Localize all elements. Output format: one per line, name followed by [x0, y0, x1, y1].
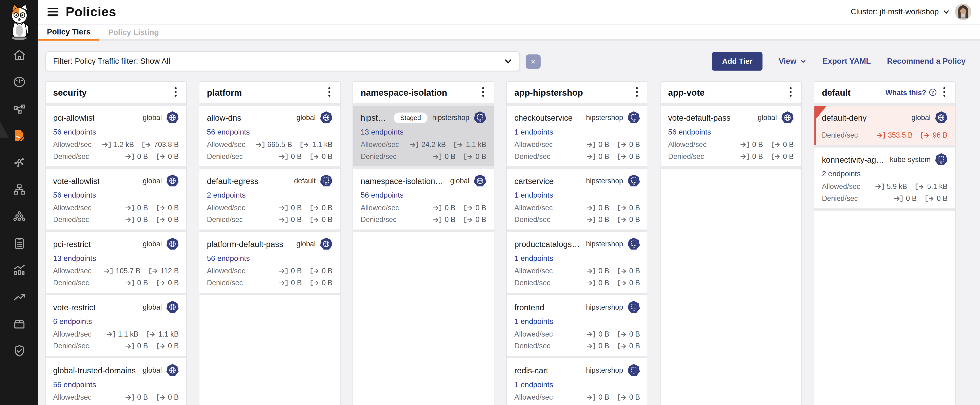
recommend-policy-button[interactable]: Recommend a Policy — [887, 57, 966, 65]
sidebar-item-cluster[interactable] — [0, 209, 38, 225]
endpoints-link[interactable]: 2 endpoints — [822, 169, 861, 178]
whats-this-link[interactable]: Whats this?? — [886, 88, 937, 97]
policy-card-platform-default-pass[interactable]: platform-default-passglobal56 endpointsA… — [199, 232, 340, 295]
endpoints-link[interactable]: 56 endpoints — [53, 191, 96, 199]
ingress-value: 0 B — [125, 216, 148, 223]
policy-card-default-deny[interactable]: default-denyglobalDenied/sec353.5 B96 B — [815, 106, 955, 148]
policy-card-cartservice[interactable]: cartservicehipstershopns1 endpointsAllow… — [507, 169, 648, 232]
cluster-selector[interactable]: Cluster: jlt-msft-workshop — [851, 8, 950, 16]
egress-arrow-icon — [771, 153, 780, 159]
scope-label: global — [143, 240, 162, 248]
policy-name[interactable]: vote-allowlist — [53, 176, 100, 185]
tier-menu-kebab-icon[interactable] — [941, 86, 948, 100]
sidebar-item-service-graph[interactable] — [0, 102, 38, 117]
policy-traffic-filter-select[interactable]: Filter: Policy Traffic filter: Show All — [45, 51, 520, 71]
policy-name[interactable]: cartservice — [514, 176, 554, 185]
ingress-arrow-icon — [587, 343, 596, 349]
endpoints-link[interactable]: 56 endpoints — [361, 191, 404, 199]
endpoints-link[interactable]: 1 endpoints — [514, 317, 553, 326]
policy-card-konnectivity-agent[interactable]: konnectivity-agentkube-systemns2 endpoin… — [815, 148, 955, 211]
policy-name[interactable]: productcatalogservice — [514, 239, 581, 249]
traffic-metric-row: Allowed/sec0 B0 B — [53, 393, 179, 401]
tier-menu-kebab-icon[interactable] — [172, 86, 179, 100]
tier-header: platform — [199, 82, 340, 106]
policy-card-productcatalogservice[interactable]: productcatalogservicehipstershopns1 endp… — [507, 232, 648, 295]
policy-name[interactable]: default-deny — [822, 113, 867, 122]
view-menu-button[interactable]: View — [779, 57, 806, 65]
export-yaml-button[interactable]: Export YAML — [822, 57, 871, 65]
policy-name[interactable]: allow-dns — [207, 113, 241, 122]
sidebar-item-policies[interactable] — [0, 129, 38, 144]
endpoints-link[interactable]: 1 endpoints — [514, 128, 553, 136]
hamburger-menu-icon[interactable] — [48, 8, 58, 16]
policy-card-hipstershop-gh[interactable]: hipstershop-gh…Stagedhipstershopns13 end… — [353, 106, 494, 169]
policy-name[interactable]: redis-cart — [514, 366, 548, 375]
policy-name[interactable]: checkoutservice — [514, 113, 573, 122]
policy-name[interactable]: global-trusted-domains — [53, 366, 136, 375]
tab-policy-listing[interactable]: Policy Listing — [99, 25, 168, 39]
endpoints-link[interactable]: 56 endpoints — [668, 128, 711, 136]
endpoints-link[interactable]: 1 endpoints — [514, 191, 553, 199]
ingress-value: 0 B — [587, 267, 609, 274]
policy-name[interactable]: vote-restrict — [53, 302, 95, 312]
endpoints-link[interactable]: 1 endpoints — [514, 254, 553, 263]
endpoints-link[interactable]: 56 endpoints — [207, 254, 250, 263]
ingress-value: 0 B — [587, 279, 609, 286]
egress-value: 0 B — [156, 153, 179, 160]
policy-card-default-egress[interactable]: default-egressdefaultns2 endpointsAllowe… — [199, 169, 340, 232]
sidebar-item-trends[interactable] — [0, 290, 38, 305]
policy-card-checkoutservice[interactable]: checkoutservicehipstershopns1 endpointsA… — [507, 106, 648, 169]
policy-card-pci-restrict[interactable]: pci-restrictglobal13 endpointsAllowed/se… — [46, 232, 186, 295]
traffic-metric-row: Denied/sec0 B0 B — [822, 195, 947, 202]
policy-name[interactable]: konnectivity-agent — [822, 155, 885, 164]
tier-menu-kebab-icon[interactable] — [634, 86, 640, 100]
sidebar-item-threat-defense[interactable] — [0, 344, 38, 359]
policy-card-vote-restrict[interactable]: vote-restrictglobal6 endpointsAllowed/se… — [46, 295, 186, 358]
endpoints-link[interactable]: 2 endpoints — [207, 191, 246, 199]
endpoints-link[interactable]: 1 endpoints — [514, 380, 553, 389]
policy-card-frontend[interactable]: frontendhipstershopns1 endpointsAllowed/… — [507, 295, 648, 358]
sidebar-item-home[interactable] — [0, 48, 38, 63]
add-tier-button[interactable]: Add Tier — [712, 52, 762, 70]
clear-filter-button[interactable]: × — [526, 54, 541, 69]
ingress-value: 0 B — [587, 330, 609, 338]
policy-name[interactable]: namespace-isolation-default-p… — [361, 176, 445, 185]
sidebar-item-packages[interactable] — [0, 317, 38, 332]
policy-name[interactable]: hipstershop-gh… — [361, 113, 389, 122]
policy-name[interactable]: pci-restrict — [53, 239, 91, 249]
dashboard-icon — [12, 75, 26, 90]
sidebar-item-dashboard[interactable] — [0, 75, 38, 90]
endpoints-link[interactable]: 56 endpoints — [53, 128, 96, 136]
traffic-metric-row: Allowed/sec24.2 kB1.1 kB — [361, 140, 486, 148]
metric-label: Denied/sec — [53, 153, 89, 160]
sidebar-item-metrics[interactable] — [0, 263, 38, 278]
endpoints-link[interactable]: 6 endpoints — [53, 317, 92, 326]
tier-title: namespace-isolation — [361, 88, 447, 98]
policy-card-redis-cart[interactable]: redis-carthipstershopns1 endpointsAllowe… — [507, 358, 648, 405]
policy-name[interactable]: pci-allowlist — [53, 113, 95, 122]
policy-card-allow-dns[interactable]: allow-dnsglobal56 endpointsAllowed/sec66… — [199, 106, 340, 169]
policy-name[interactable]: default-egress — [207, 176, 258, 185]
sidebar-item-topology[interactable] — [0, 183, 38, 198]
policy-name[interactable]: platform-default-pass — [207, 239, 283, 249]
policy-card-vote-allowlist[interactable]: vote-allowlistglobal56 endpointsAllowed/… — [46, 169, 186, 232]
namespace-scope-icon: ns — [627, 364, 640, 376]
endpoints-link[interactable]: 13 endpoints — [53, 254, 96, 263]
endpoints-link[interactable]: 56 endpoints — [53, 380, 96, 389]
endpoints-link[interactable]: 56 endpoints — [207, 128, 250, 136]
avatar-image — [955, 4, 971, 20]
tier-menu-kebab-icon[interactable] — [480, 86, 486, 100]
tier-menu-kebab-icon[interactable] — [326, 86, 332, 100]
tab-policy-tiers[interactable]: Policy Tiers — [38, 25, 99, 41]
policy-name[interactable]: frontend — [514, 302, 544, 312]
policy-card-global-trusted-domains[interactable]: global-trusted-domainsglobal56 endpoints… — [46, 358, 186, 405]
policy-card-pci-allowlist[interactable]: pci-allowlistglobal56 endpointsAllowed/s… — [46, 106, 186, 169]
user-avatar[interactable] — [955, 4, 971, 20]
sidebar-item-compliance-reports[interactable] — [0, 236, 38, 252]
policy-card-namespace-isolation-default-p[interactable]: namespace-isolation-default-p…global56 e… — [353, 169, 494, 232]
sidebar-item-network-sets[interactable] — [0, 156, 38, 171]
policy-card-vote-default-pass[interactable]: vote-default-passglobal56 endpointsAllow… — [660, 106, 801, 169]
policy-name[interactable]: vote-default-pass — [668, 113, 730, 122]
tier-menu-kebab-icon[interactable] — [788, 86, 794, 100]
endpoints-link[interactable]: 13 endpoints — [361, 128, 404, 136]
